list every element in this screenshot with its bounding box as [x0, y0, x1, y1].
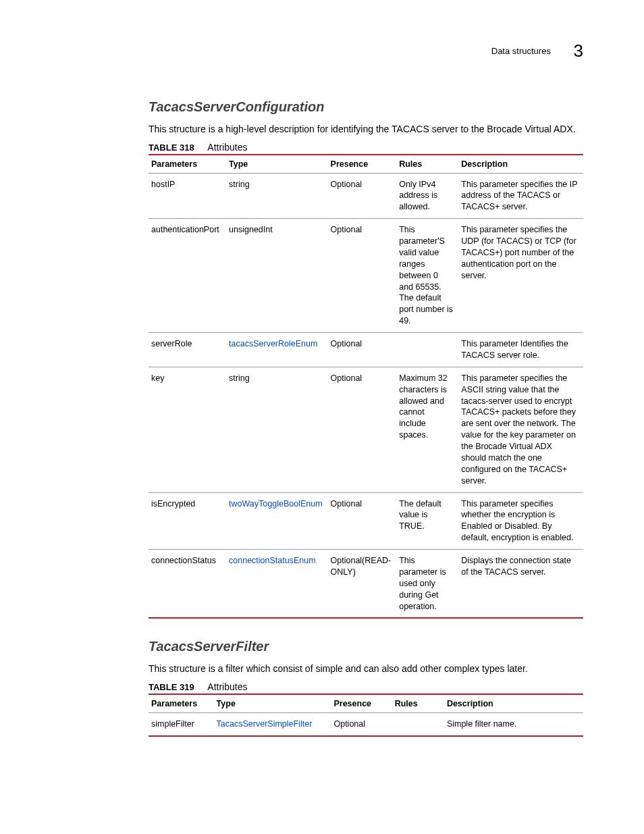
cell-presence: Optional: [331, 713, 392, 736]
cell-desc: This parameter specifies the UDP (for TA…: [458, 219, 583, 333]
table-row: hostIP string Optional Only IPv4 address…: [149, 173, 583, 219]
col-header-description: Description: [458, 155, 583, 174]
section-label: Data structures: [491, 46, 551, 56]
table-row: serverRole tacacsServerRoleEnum Optional…: [149, 333, 583, 367]
cell-rules: Only IPv4 address is allowed.: [396, 173, 458, 219]
table-label: TABLE 319: [149, 682, 194, 692]
type-link[interactable]: tacacsServerRoleEnum: [229, 339, 317, 348]
col-header-rules: Rules: [392, 694, 444, 713]
cell-type: connectionStatusEnum: [226, 550, 328, 619]
cell-rules: Maximum 32 characters is allowed and can…: [396, 367, 458, 492]
table-label: TABLE 318: [149, 142, 194, 153]
table-row: key string Optional Maximum 32 character…: [149, 367, 583, 492]
cell-presence: Optional: [328, 219, 397, 333]
cell-param: key: [149, 367, 226, 492]
section-tacacs-server-filter: TacacsServerFilter This structure is a f…: [149, 639, 583, 736]
table-caption-text: Attributes: [207, 142, 247, 153]
cell-rules: The default value is TRUE.: [396, 492, 458, 550]
section-tacacs-server-configuration: TacacsServerConfiguration This structure…: [149, 99, 583, 619]
cell-type: TacacsServerSimpleFilter: [214, 713, 331, 736]
cell-param: connectionStatus: [149, 550, 226, 619]
cell-param: simpleFilter: [149, 713, 214, 736]
cell-type: string: [226, 173, 328, 219]
cell-param: hostIP: [149, 173, 226, 219]
col-header-parameters: Parameters: [149, 155, 226, 174]
col-header-description: Description: [444, 694, 583, 713]
cell-param: isEncrypted: [149, 492, 226, 550]
cell-type: string: [226, 367, 328, 492]
attributes-table-318: Parameters Type Presence Rules Descripti…: [149, 154, 583, 619]
col-header-presence: Presence: [331, 694, 392, 713]
section-title: TacacsServerFilter: [149, 639, 583, 654]
table-caption-text: Attributes: [207, 681, 247, 692]
cell-rules: [396, 333, 458, 367]
col-header-presence: Presence: [328, 155, 397, 174]
cell-presence: Optional(READ-ONLY): [328, 550, 397, 619]
cell-desc: This parameter Identifies the TACACS ser…: [458, 333, 583, 367]
attributes-table-319: Parameters Type Presence Rules Descripti…: [149, 694, 583, 737]
cell-desc: This parameter specifies whether the enc…: [458, 492, 583, 550]
section-body: This structure is a filter which consist…: [149, 662, 583, 676]
cell-type: unsignedInt: [226, 219, 328, 333]
cell-desc: This parameter specifies the ASCII strin…: [458, 367, 583, 492]
cell-type: twoWayToggleBoolEnum: [226, 492, 328, 550]
cell-presence: Optional: [328, 367, 397, 492]
cell-rules: [392, 713, 444, 736]
table-row: authenticationPort unsignedInt Optional …: [149, 219, 583, 333]
col-header-type: Type: [226, 155, 328, 174]
type-link[interactable]: connectionStatusEnum: [229, 556, 316, 565]
table-caption-319: TABLE 319 Attributes: [149, 681, 583, 692]
type-link[interactable]: twoWayToggleBoolEnum: [229, 499, 323, 509]
cell-presence: Optional: [328, 333, 397, 367]
cell-desc: Simple filter name.: [444, 713, 583, 736]
cell-desc: This parameter specifies the IP address …: [458, 173, 583, 219]
table-row: connectionStatus connectionStatusEnum Op…: [149, 550, 583, 619]
cell-param: authenticationPort: [149, 219, 226, 333]
page-header: Data structures 3: [61, 41, 583, 61]
cell-param: serverRole: [149, 333, 226, 367]
col-header-rules: Rules: [396, 155, 458, 174]
col-header-type: Type: [214, 694, 331, 713]
cell-desc: Displays the connection state of the TAC…: [458, 550, 583, 619]
chapter-number: 3: [574, 41, 583, 61]
table-row: simpleFilter TacacsServerSimpleFilter Op…: [149, 713, 583, 736]
col-header-parameters: Parameters: [149, 694, 214, 713]
cell-rules: This parameter is used only during Get o…: [396, 550, 458, 619]
table-caption-318: TABLE 318 Attributes: [149, 142, 583, 153]
cell-presence: Optional: [328, 492, 397, 550]
section-title: TacacsServerConfiguration: [149, 99, 583, 115]
type-link[interactable]: TacacsServerSimpleFilter: [217, 719, 313, 729]
section-body: This structure is a high-level descripti…: [149, 123, 583, 136]
cell-type: tacacsServerRoleEnum: [226, 333, 328, 367]
table-row: isEncrypted twoWayToggleBoolEnum Optiona…: [149, 492, 583, 550]
cell-presence: Optional: [328, 173, 397, 219]
cell-rules: This parameter'S valid value ranges betw…: [396, 219, 458, 333]
